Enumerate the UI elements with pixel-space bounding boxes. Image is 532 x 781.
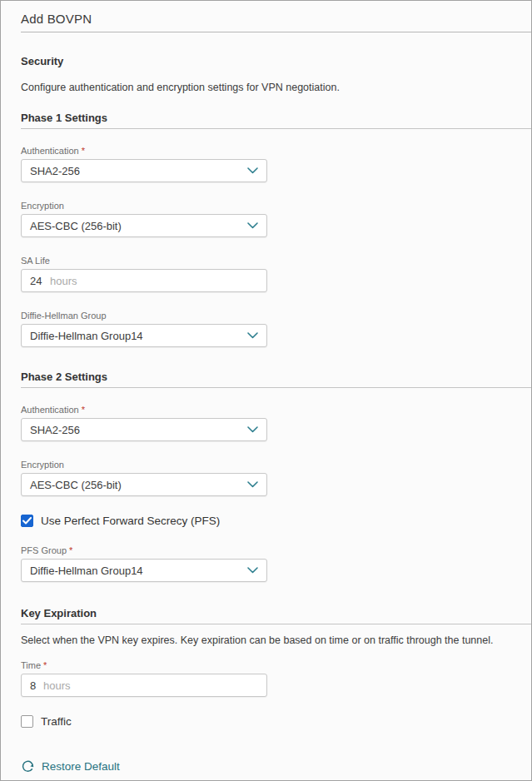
chevron-down-icon [247, 222, 258, 229]
phase1-dh-group-label: Diffie-Hellman Group [21, 311, 531, 321]
title-divider [21, 32, 531, 32]
required-asterisk: * [82, 405, 85, 415]
phase1-dh-group-field: Diffie-Hellman Group Diffie-Hellman Grou… [21, 311, 531, 347]
restore-default-link[interactable]: Restore Default [21, 759, 120, 774]
traffic-checkbox-row: Traffic [21, 715, 531, 728]
phase1-sa-life-input-box[interactable]: hours [21, 269, 267, 292]
page-title: Add BOVPN [21, 12, 531, 26]
key-expiration-heading: Key Expiration [21, 607, 531, 619]
pfs-group-label: PFS Group* [21, 545, 531, 555]
chevron-down-icon [247, 426, 258, 433]
pfs-group-select[interactable]: Diffie-Hellman Group14 [21, 559, 267, 582]
phase1-encryption-select[interactable]: AES-CBC (256-bit) [21, 214, 267, 237]
time-input-box[interactable]: hours [21, 674, 267, 697]
phase2-authentication-select[interactable]: SHA2-256 [21, 418, 267, 441]
pfs-checkbox-label: Use Perfect Forward Secrecy (PFS) [41, 515, 220, 527]
chevron-down-icon [247, 167, 258, 174]
time-unit: hours [43, 679, 71, 692]
phase2-encryption-label: Encryption [21, 460, 531, 470]
pfs-checkbox[interactable] [21, 515, 33, 527]
phase2-encryption-field: Encryption AES-CBC (256-bit) [21, 460, 531, 496]
phase1-sa-life-unit: hours [50, 275, 77, 287]
phase1-authentication-select[interactable]: SHA2-256 [21, 159, 267, 182]
required-asterisk: * [43, 660, 47, 670]
phase2-authentication-label: Authentication* [21, 405, 531, 415]
phase1-heading: Phase 1 Settings [21, 112, 531, 124]
phase2-authentication-field: Authentication* SHA2-256 [21, 405, 531, 441]
required-asterisk: * [82, 146, 85, 156]
phase2-divider [21, 387, 531, 388]
required-asterisk: * [69, 545, 72, 555]
key-expiration-divider [21, 624, 531, 624]
phase1-dh-group-select[interactable]: Diffie-Hellman Group14 [21, 324, 267, 347]
restore-default-label: Restore Default [42, 760, 120, 773]
chevron-down-icon [247, 332, 258, 339]
add-bovpn-dialog: Add BOVPN Security Configure authenticat… [0, 0, 532, 781]
pfs-group-field: PFS Group* Diffie-Hellman Group14 [21, 545, 531, 582]
chevron-down-icon [247, 567, 258, 574]
refresh-icon [21, 759, 35, 774]
traffic-checkbox-label: Traffic [41, 715, 72, 728]
pfs-checkbox-row: Use Perfect Forward Secrecy (PFS) [21, 515, 531, 527]
phase2-encryption-select[interactable]: AES-CBC (256-bit) [21, 473, 267, 496]
phase1-encryption-field: Encryption AES-CBC (256-bit) [21, 201, 531, 237]
traffic-checkbox[interactable] [21, 715, 33, 728]
security-description: Configure authentication and encryption … [21, 82, 531, 93]
phase1-authentication-field: Authentication* SHA2-256 [21, 146, 531, 182]
chevron-down-icon [247, 481, 258, 488]
phase2-heading: Phase 2 Settings [21, 371, 531, 383]
time-field: Time* hours [21, 660, 531, 697]
phase1-authentication-label: Authentication* [21, 146, 531, 156]
phase1-sa-life-input[interactable] [30, 275, 50, 287]
phase1-sa-life-field: SA Life hours [21, 256, 531, 292]
time-input[interactable] [30, 679, 43, 692]
key-expiration-description: Select when the VPN key expires. Key exp… [21, 634, 531, 646]
phase1-sa-life-label: SA Life [21, 256, 531, 266]
time-label: Time* [21, 660, 531, 670]
security-heading: Security [21, 55, 531, 67]
phase1-divider [21, 128, 531, 129]
phase1-encryption-label: Encryption [21, 201, 531, 211]
